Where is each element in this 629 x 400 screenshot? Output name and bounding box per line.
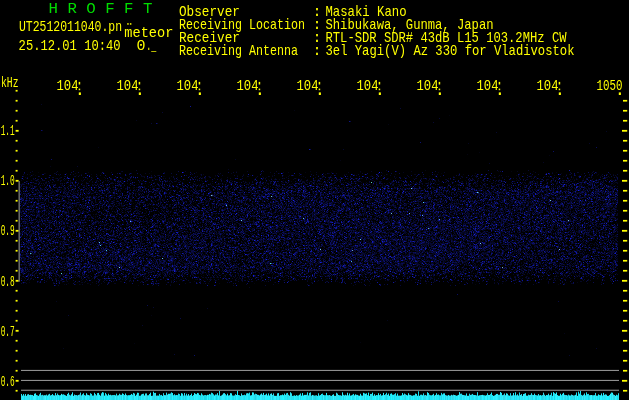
- svg-text:H R O F F T: H R O F F T: [49, 1, 153, 18]
- svg-text:104: 104: [177, 78, 199, 95]
- svg-text::: :: [313, 43, 322, 60]
- svg-text:._: ._: [146, 38, 157, 55]
- svg-text:104: 104: [297, 78, 319, 95]
- svg-text:25.12.01 10:40: 25.12.01 10:40: [19, 38, 121, 55]
- svg-text:1.1: 1.1: [1, 123, 15, 140]
- svg-text:kHz: kHz: [1, 75, 19, 92]
- svg-text:1.0: 1.0: [1, 173, 15, 190]
- svg-text:1050: 1050: [597, 78, 623, 95]
- svg-text:0.6: 0.6: [1, 374, 15, 391]
- svg-text:104: 104: [57, 78, 79, 95]
- svg-text:Receiving Antenna: Receiving Antenna: [179, 43, 298, 60]
- svg-text:0.9: 0.9: [1, 223, 15, 240]
- svg-text:104: 104: [117, 78, 139, 95]
- svg-text:104: 104: [537, 78, 559, 95]
- svg-text:UT2512011040.pn: UT2512011040.pn: [19, 19, 122, 36]
- svg-text:3el Yagi(V) Az 330 for Vladivo: 3el Yagi(V) Az 330 for Vladivostok: [326, 43, 575, 60]
- svg-text:104: 104: [477, 78, 499, 95]
- svg-text:0: 0: [137, 38, 146, 55]
- svg-text:104: 104: [237, 78, 259, 95]
- svg-text:0.8: 0.8: [1, 274, 15, 291]
- svg-text:104: 104: [417, 78, 439, 95]
- svg-text:0.7: 0.7: [1, 324, 15, 341]
- svg-text:104: 104: [357, 78, 379, 95]
